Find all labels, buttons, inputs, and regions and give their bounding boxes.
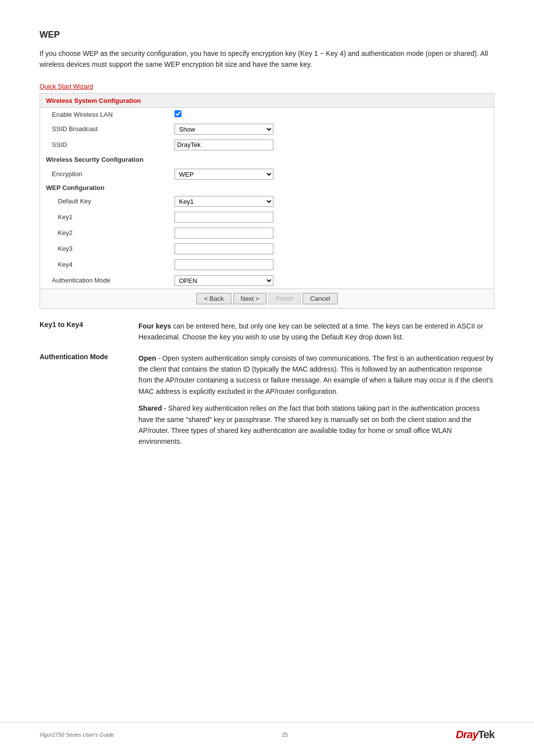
encryption-value: WEP (169, 166, 494, 182)
auth-mode-shared-para: Shared - Shared key authentication relie… (138, 403, 494, 447)
auth-mode-desc-text: Open - Open system authentication simply… (138, 353, 494, 447)
footer-logo-tek: Tek (478, 728, 494, 741)
wireless-system-config-label: Wireless System Configuration (46, 97, 141, 104)
page-title: WEP (40, 30, 494, 40)
enable-wireless-lan-label: Enable Wireless LAN (40, 108, 169, 121)
auth-mode-shared-body: - Shared key authentication relies on th… (138, 404, 480, 445)
default-key-select[interactable]: Key1 (175, 196, 273, 207)
key3-row: Key3 (40, 241, 494, 257)
key1-to-key4-text: Four keys can be entered here, but only … (138, 321, 494, 343)
enable-wireless-lan-checkbox[interactable] (175, 110, 181, 117)
key2-row: Key2 (40, 225, 494, 241)
wizard-table: Enable Wireless LAN SSID Broadcast Show … (40, 108, 494, 288)
wizard-header: Wireless System Configuration (40, 94, 494, 108)
footer-logo-dray: Dray (456, 728, 478, 741)
auth-mode-select[interactable]: OPEN (175, 275, 273, 286)
next-button[interactable]: Next > (233, 293, 267, 304)
key2-value (169, 225, 494, 241)
key2-input[interactable] (175, 228, 273, 238)
ssid-broadcast-value: Show (169, 121, 494, 137)
key1-to-key4-label: Key1 to Key4 (40, 321, 138, 329)
auth-mode-desc-label: Authentication Mode (40, 353, 138, 361)
enable-wireless-lan-value (169, 108, 494, 121)
wep-config-label: WEP Configuration (40, 182, 494, 193)
key2-label: Key2 (40, 225, 169, 241)
key1-to-key4-body: can be entered here, but only one key ca… (138, 322, 483, 341)
encryption-label: Encryption (40, 166, 169, 182)
wep-config-section-row: WEP Configuration (40, 182, 494, 193)
key1-label: Key1 (40, 209, 169, 225)
key4-input[interactable] (175, 259, 273, 270)
auth-mode-value: OPEN (169, 273, 494, 288)
auth-mode-desc-row: Authentication Mode Open - Open system a… (40, 353, 494, 447)
ssid-value (169, 137, 494, 153)
key1-row: Key1 (40, 209, 494, 225)
cancel-button[interactable]: Cancel (303, 293, 337, 304)
encryption-row: Encryption WEP (40, 166, 494, 182)
key3-label: Key3 (40, 241, 169, 257)
enable-wireless-lan-row: Enable Wireless LAN (40, 108, 494, 121)
key1-input[interactable] (175, 212, 273, 223)
key4-value (169, 257, 494, 273)
description-section: Key1 to Key4 Four keys can be entered he… (40, 321, 494, 447)
footer-logo: DrayTek (456, 728, 494, 741)
auth-mode-open-bold: Open (138, 354, 156, 362)
key1-to-key4-desc-row: Key1 to Key4 Four keys can be entered he… (40, 321, 494, 343)
wireless-security-label: Wireless Security Configuration (40, 153, 494, 166)
default-key-value: Key1 (169, 193, 494, 209)
key3-value (169, 241, 494, 257)
wireless-security-section-row: Wireless Security Configuration (40, 153, 494, 166)
key1-value (169, 209, 494, 225)
wizard-button-row: < Back Next > Finish Cancel (40, 288, 494, 308)
wizard-box: Wireless System Configuration Enable Wir… (40, 93, 494, 309)
ssid-broadcast-select[interactable]: Show (175, 124, 273, 135)
intro-text: If you choose WEP as the security config… (40, 48, 494, 70)
key3-input[interactable] (175, 243, 273, 254)
ssid-input[interactable] (175, 140, 273, 150)
auth-mode-shared-bold: Shared (138, 404, 162, 412)
footer-guide-text: Vigor2750 Series User's Guide (40, 732, 114, 738)
key4-label: Key4 (40, 257, 169, 273)
ssid-broadcast-row: SSID Broadcast Show (40, 121, 494, 137)
key4-row: Key4 (40, 257, 494, 273)
back-button[interactable]: < Back (196, 293, 231, 304)
ssid-row: SSID (40, 137, 494, 153)
finish-button: Finish (268, 293, 301, 304)
ssid-label: SSID (40, 137, 169, 153)
encryption-select[interactable]: WEP (175, 169, 273, 180)
auth-mode-label: Authentication Mode (40, 273, 169, 288)
footer-page-number: 25 (282, 732, 288, 738)
quick-start-wizard-link[interactable]: Quick Start Wizard (40, 83, 93, 90)
auth-mode-row: Authentication Mode OPEN (40, 273, 494, 288)
ssid-broadcast-label: SSID Broadcast (40, 121, 169, 137)
auth-mode-open-body: - Open system authentication simply cons… (138, 354, 493, 395)
default-key-label: Default Key (40, 193, 169, 209)
auth-mode-open-para: Open - Open system authentication simply… (138, 353, 494, 397)
page-footer: Vigor2750 Series User's Guide 25 DrayTek (0, 722, 534, 741)
key1-to-key4-bold: Four keys (138, 322, 171, 330)
default-key-row: Default Key Key1 (40, 193, 494, 209)
